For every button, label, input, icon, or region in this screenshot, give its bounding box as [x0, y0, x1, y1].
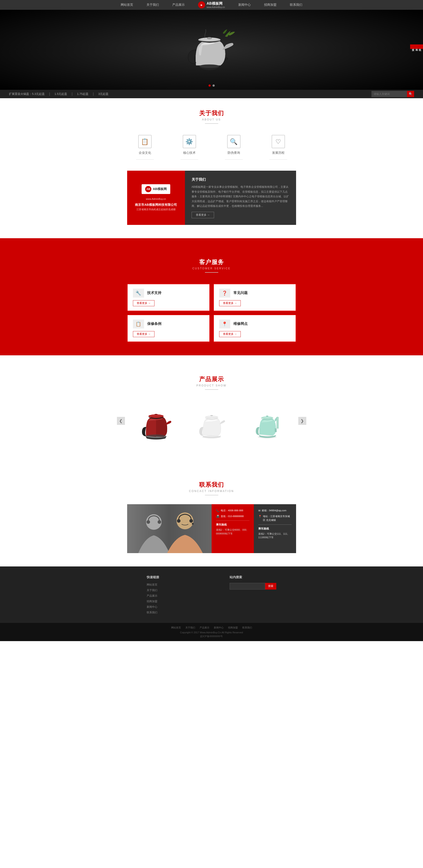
- footer-icp: 皖ICP备00000000号: [0, 635, 423, 638]
- logo-url: www.AdminBuy.cn: [207, 6, 225, 8]
- footer-search-button[interactable]: 搜索: [265, 583, 276, 590]
- product-item-white[interactable]: [187, 399, 236, 443]
- email-icon: ✉: [258, 509, 261, 512]
- svg-point-13: [210, 415, 213, 416]
- cs-card-title-2: 保修条例: [147, 321, 161, 326]
- cs-more-btn-1[interactable]: 查看更多 →: [219, 300, 241, 306]
- footer-link-contact[interactable]: 联系我们: [147, 611, 159, 615]
- contact-phone-item: 📞 电话：4008-888-888: [216, 509, 249, 513]
- about-icon-history[interactable]: ♡ 发展历程: [269, 135, 287, 160]
- icon-divider-2: [225, 159, 243, 160]
- product-item-blue[interactable]: [243, 399, 292, 443]
- about-icon-verify[interactable]: 🔍 防伪查询: [225, 135, 243, 160]
- footer-link-join[interactable]: 招商加盟: [147, 599, 159, 603]
- contact-fax-item: 📠 直线：010-88888888: [216, 515, 249, 519]
- cs-more-btn-2[interactable]: 查看更多 →: [133, 331, 154, 337]
- footer-link-about[interactable]: 关于我们: [147, 588, 159, 592]
- nav-link-home[interactable]: 网站首页: [121, 3, 133, 7]
- cs-card-warranty: 📋 保修条例 查看更多 →: [127, 315, 210, 342]
- main-nav: 网站首页 关于我们 产品展示 ▶ AB模板网 www.AdminBuy.cn 新…: [0, 0, 423, 10]
- icon-divider-1: [181, 159, 198, 160]
- cs-card-icon-2: 📋: [133, 319, 144, 329]
- footer-bottom-link-0[interactable]: 网站首页: [171, 626, 181, 629]
- contact-photo: [127, 504, 212, 553]
- footer-bottom-link-1[interactable]: 关于我们: [185, 626, 195, 629]
- footer-link-home[interactable]: 网站首页: [147, 583, 159, 587]
- about-logo-text: AB模板网: [153, 187, 167, 191]
- product-carousel: ❮: [0, 394, 423, 447]
- logo-text: AB模板网: [207, 1, 225, 6]
- cs-title-en: CUSTOMER SERVICE: [0, 267, 423, 270]
- nav-link-news[interactable]: 新闻中心: [238, 3, 251, 7]
- contact-route-right-text: 直线2：可乘公交111、111、111800站下车: [258, 532, 292, 539]
- footer-bottom-link-5[interactable]: 联系我们: [242, 626, 252, 629]
- carousel-prev-arrow[interactable]: ❮: [117, 417, 125, 425]
- footer-bottom-link-2[interactable]: 产品展示: [200, 626, 209, 629]
- about-title-cn: 关于我们: [0, 109, 423, 117]
- company-sub: 江苏省南京市由此成立起始区也成都: [137, 208, 176, 211]
- svg-point-9: [146, 434, 167, 438]
- company-name: 南京市AB模板网科技有限公司: [135, 203, 177, 207]
- footer-search-title: 站内搜索: [230, 575, 276, 579]
- contact-box: 📞 电话：4008-888-888 📠 直线：010-88888888 乘车路线…: [127, 504, 296, 553]
- about-more-button[interactable]: 查看更多 →: [191, 212, 214, 218]
- ticker-item-3[interactable]: 3元起盖: [98, 92, 109, 96]
- verify-label: 防伪查询: [228, 151, 240, 155]
- nav-link-join[interactable]: 招商加盟: [264, 3, 276, 7]
- cs-cards-grid: 🔧 技术支持 查看更多 → ❓ 常见问题 查看更多 → 📋 保修条例 查看更多 …: [127, 284, 296, 342]
- contact-title-cn: 联系我们: [0, 481, 423, 489]
- ticker-item-2[interactable]: 1.75起盖: [77, 92, 88, 96]
- nav-link-products[interactable]: 产品展示: [172, 3, 185, 7]
- logo-icon: ▶: [198, 1, 205, 8]
- cs-title-cn: 客户服务: [0, 258, 423, 266]
- ticker-item-1[interactable]: 1.5元起盖: [55, 92, 67, 96]
- product-section-header: 产品展示 PRODUCT SHOW: [0, 364, 423, 394]
- ticker-item-0[interactable]: 扩展置壶火锅盖：5.3元起盖: [9, 92, 45, 96]
- about-icon-tech[interactable]: ⚙️ 核心技术: [181, 135, 198, 160]
- footer-link-products[interactable]: 产品展示: [147, 594, 159, 598]
- cs-more-btn-3[interactable]: 查看更多 →: [219, 331, 241, 337]
- svg-point-26: [192, 523, 193, 525]
- hero-dot-1[interactable]: [209, 85, 211, 87]
- svg-point-21: [147, 520, 150, 524]
- product-item-red[interactable]: [131, 399, 181, 443]
- hero-dots: [209, 85, 215, 87]
- footer-bottom-link-4[interactable]: 招商加盟: [228, 626, 238, 629]
- about-logo-icon: AB: [145, 186, 151, 192]
- product-title-cn: 产品展示: [0, 375, 423, 383]
- customer-service-section: 客户服务 CUSTOMER SERVICE 🔧 技术支持 查看更多 → ❓ 常见…: [0, 238, 423, 355]
- nav-link-about[interactable]: 关于我们: [147, 3, 159, 7]
- cs-card-icon-3: 📍: [219, 319, 230, 329]
- contact-section-header: 联系我们 CONCACT INFORMATION: [0, 470, 423, 500]
- contact-address-text: 地址：江苏省南京市东城区 北北城镇: [263, 515, 292, 522]
- footer-search-input[interactable]: [230, 583, 265, 590]
- nav-link-contact[interactable]: 联系我们: [290, 3, 302, 7]
- contact-left-info: 📞 电话：4008-888-888 📠 直线：010-88888888 乘车路线…: [212, 504, 254, 553]
- ticker-search-button[interactable]: 🔍: [407, 91, 414, 97]
- footer-link-news[interactable]: 新闻中心: [147, 605, 159, 609]
- verify-icon: 🔍: [227, 135, 241, 148]
- about-content-box: AB AB模板网 www.AdminBuy.cn 南京市AB模板网科技有限公司 …: [127, 170, 296, 225]
- icon-divider-0: [136, 159, 154, 160]
- contact-phone-text: 电话：4008-888-888: [221, 509, 243, 513]
- history-icon: ♡: [272, 135, 285, 148]
- contact-address-item: 📍 地址：江苏省南京市东城区 北北城镇: [258, 515, 292, 522]
- footer-bottom-link-3[interactable]: 新闻中心: [214, 626, 223, 629]
- contact-section: 联系我们 CONCACT INFORMATION: [0, 461, 423, 566]
- svg-point-25: [189, 519, 193, 523]
- cs-section-header: 客户服务 CUSTOMER SERVICE: [0, 247, 423, 277]
- footer-content: 快速链接 网站首页 关于我们 产品展示 招商加盟 新闻中心 联系我们 站内搜索 …: [112, 575, 312, 623]
- about-title-en: ABOUT US: [0, 118, 423, 121]
- carousel-next-arrow[interactable]: ❯: [298, 417, 306, 425]
- contact-route-left-text: 直线2：可乘公交8000、000、0008000站下车: [216, 528, 249, 535]
- side-consult-btn[interactable]: 在线 咨询 反馈: [410, 44, 423, 49]
- cs-more-btn-0[interactable]: 查看更多 →: [133, 300, 154, 306]
- about-icon-corporate[interactable]: 📋 企业文化: [136, 135, 154, 160]
- svg-point-3: [207, 37, 212, 39]
- about-logo-url: www.AdminBuy.cn: [146, 197, 166, 200]
- product-title-en: PRODUCT SHOW: [0, 384, 423, 387]
- cs-card-icon-0: 🔧: [133, 289, 144, 298]
- ticker-search-input[interactable]: [371, 91, 407, 97]
- hero-dot-2[interactable]: [212, 85, 215, 87]
- address-icon: 📍: [258, 515, 262, 518]
